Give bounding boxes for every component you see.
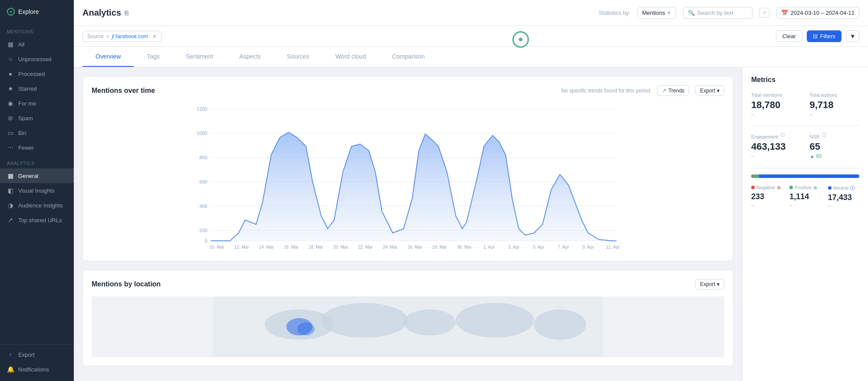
stats-by-dropdown[interactable]: Mentions ▼ <box>637 7 676 19</box>
sidebar-item-starred[interactable]: ★ Starred <box>0 81 74 96</box>
sidebar: ✦ Explore MENTIONS ▦ All ○ Unprocessed ●… <box>0 0 74 381</box>
page-title: Analytics ⎘ <box>83 8 128 18</box>
sidebar-item-top-shared-urls[interactable]: ↗ Top shared URLs <box>0 213 74 227</box>
engagement-value: 463,133 <box>751 141 801 152</box>
search-icon: 🔍 <box>688 10 695 16</box>
svg-text:20. Mar: 20. Mar <box>333 245 349 250</box>
svg-text:26. Mar: 26. Mar <box>408 245 423 250</box>
sentiment-bar <box>751 174 859 178</box>
general-icon: ▦ <box>7 172 14 179</box>
negative-label-row: Negative ⊗ <box>751 185 782 190</box>
sidebar-item-label: For me <box>18 100 36 107</box>
chart-export-button[interactable]: Export ▾ <box>695 85 724 96</box>
sidebar-item-label: Unprocessed <box>18 56 52 62</box>
sidebar-item-label: All <box>18 41 24 48</box>
filters-button[interactable]: ⊟ Filters <box>807 30 842 42</box>
sidebar-item-bin[interactable]: ▭ Bin <box>0 125 74 140</box>
date-range-picker[interactable]: 📅 2024-03-10 – 2024-04-11 <box>776 7 859 19</box>
sidebar-item-label: Notifications <box>18 366 49 373</box>
location-chart-title: Mentions by location <box>92 280 161 288</box>
trends-button[interactable]: ↗ Trends <box>657 85 689 96</box>
expand-icon[interactable]: ⤢ <box>759 8 769 18</box>
top-shared-urls-icon: ↗ <box>7 217 14 223</box>
location-export-button[interactable]: Export ▾ <box>695 279 724 289</box>
sidebar-item-export[interactable]: ↑ Export <box>0 347 74 362</box>
sidebar-item-all[interactable]: ▦ All <box>0 37 74 52</box>
source-filter-chip[interactable]: Source = 𝒇 facebook.com ✕ <box>83 31 162 42</box>
negative-sub: – <box>751 202 782 207</box>
tab-comparison[interactable]: Comparison <box>379 47 438 67</box>
sidebar-item-fewer[interactable]: ⋯ Fewer <box>0 140 74 155</box>
svg-text:10. Mar: 10. Mar <box>210 245 225 250</box>
mentions-authors-row: Total mentions 18,780 – Total authors 9,… <box>751 92 859 117</box>
nsr-info-icon: ⓘ <box>822 132 826 137</box>
map-placeholder <box>92 296 724 357</box>
divider-1 <box>751 125 859 126</box>
negative-icon: ⊗ <box>777 185 781 190</box>
positive-label-row: Positive ⊕ <box>789 185 821 190</box>
all-icon: ▦ <box>7 41 14 48</box>
svg-text:0: 0 <box>205 238 207 243</box>
sidebar-item-unprocessed[interactable]: ○ Unprocessed <box>0 52 74 66</box>
export-icon: ↑ <box>7 351 14 358</box>
sidebar-item-audience-insights[interactable]: ◑ Audience Insights <box>0 198 74 213</box>
chart-header: Mentions over time No specific trends fo… <box>92 85 724 96</box>
sidebar-item-processed[interactable]: ● Processed <box>0 66 74 81</box>
clear-button[interactable]: Clear <box>776 30 802 42</box>
svg-text:24. Mar: 24. Mar <box>383 245 398 250</box>
neutral-dot <box>828 186 832 190</box>
tab-overview[interactable]: Overview <box>83 47 134 67</box>
tab-aspects[interactable]: Aspects <box>226 47 274 67</box>
filter-bar: Source = 𝒇 facebook.com ✕ Clear ⊟ Filter… <box>74 26 868 47</box>
total-authors-block: Total authors 9,718 – <box>810 92 860 117</box>
svg-point-35 <box>456 303 534 338</box>
starred-icon: ★ <box>7 85 14 92</box>
sidebar-item-visual-insights[interactable]: ◧ Visual Insights <box>0 183 74 198</box>
svg-point-36 <box>534 309 586 340</box>
sidebar-item-notifications[interactable]: 🔔 Notifications <box>0 362 74 377</box>
chip-close-icon[interactable]: ✕ <box>152 33 157 39</box>
total-mentions-sub: – <box>751 112 801 117</box>
notifications-icon: 🔔 <box>7 366 14 373</box>
sidebar-item-label: Bin <box>18 130 26 136</box>
tab-tags[interactable]: Tags <box>134 47 173 67</box>
copy-icon[interactable]: ⎘ <box>125 10 128 16</box>
header: Analytics ⎘ Statistics by: Mentions ▼ 🔍 … <box>74 0 868 26</box>
sidebar-logo[interactable]: ✦ Explore <box>0 0 74 23</box>
total-authors-value: 9,718 <box>810 99 860 111</box>
total-mentions-value: 18,780 <box>751 99 801 111</box>
tab-sources[interactable]: Sources <box>274 47 322 67</box>
more-button[interactable]: ▼ <box>846 30 859 42</box>
svg-text:1000: 1000 <box>197 131 207 136</box>
chart-title: Mentions over time <box>92 87 155 95</box>
svg-text:5. Apr: 5. Apr <box>533 245 545 250</box>
filter-icon: ⊟ <box>813 33 818 39</box>
sidebar-item-general[interactable]: ▦ General <box>0 168 74 183</box>
search-placeholder: Search by text <box>697 10 733 16</box>
nsr-label: NSR ⓘ <box>810 132 860 139</box>
nsr-positive: ▲ 65 <box>810 153 860 159</box>
date-range-text: 2024-03-10 – 2024-04-11 <box>791 10 855 16</box>
neutral-label: Neutral <box>833 185 848 190</box>
explore-icon: ✦ <box>7 8 15 16</box>
positive-sub: – <box>789 202 821 207</box>
nsr-block: NSR ⓘ 65 ▲ 65 <box>810 132 860 159</box>
sidebar-item-for-me[interactable]: ◉ For me <box>0 96 74 111</box>
sidebar-item-label: Starred <box>18 85 37 92</box>
positive-segment <box>752 174 759 178</box>
engagement-nsr-row: Engagement ⓘ 463,133 – NSR ⓘ 65 ▲ <box>751 132 859 159</box>
svg-text:30. Mar: 30. Mar <box>457 245 472 250</box>
search-box[interactable]: 🔍 Search by text <box>683 7 752 19</box>
tab-word-cloud[interactable]: Word cloud <box>322 47 379 67</box>
sidebar-item-spam[interactable]: ⊘ Spam <box>0 111 74 125</box>
engagement-sub: – <box>751 153 801 158</box>
nsr-up-icon: ▲ <box>810 153 815 159</box>
svg-text:28. Mar: 28. Mar <box>432 245 448 250</box>
neutral-block: Neutral ⓘ 17,433 – <box>828 185 859 208</box>
positive-dot <box>789 186 793 189</box>
svg-text:16. Mar: 16. Mar <box>284 245 299 250</box>
trends-label: Trends <box>668 88 684 94</box>
svg-point-33 <box>321 303 408 338</box>
processed-icon: ● <box>7 70 14 77</box>
tab-sentiment[interactable]: Sentiment <box>173 47 226 67</box>
